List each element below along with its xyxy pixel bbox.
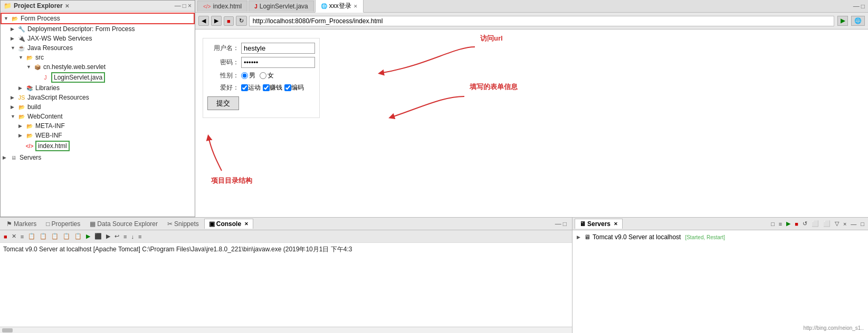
datasource-tab[interactable]: ▦ Data Source Explorer	[85, 219, 162, 229]
tab-index-html[interactable]: </> index.html	[197, 1, 247, 12]
tab-xxx-close-icon[interactable]: ✕	[354, 4, 358, 9]
console-stop-btn[interactable]: ■	[2, 233, 9, 240]
console-menu1-btn[interactable]: ≡	[19, 233, 25, 240]
servers-toolbar-btn2[interactable]: ≡	[777, 220, 784, 228]
tree-item-index-html[interactable]: </> index.html	[1, 140, 195, 152]
tree-item-build[interactable]: ▶ 📂 build	[1, 102, 195, 112]
tree-label-build: build	[27, 103, 41, 111]
back-button[interactable]: ◀	[198, 16, 209, 26]
hobby-sports-label: 运动	[248, 83, 261, 92]
servers-toolbar-btn1[interactable]: □	[769, 220, 776, 228]
explorer-minimize-btn[interactable]: —	[175, 2, 181, 9]
servers-close-btn2[interactable]: ×	[842, 220, 848, 228]
console-panel-maximize-btn[interactable]: □	[563, 220, 567, 228]
console-run-btn[interactable]: ▶	[84, 232, 92, 240]
servers-btn5[interactable]: ⬜	[810, 220, 821, 228]
tree-item-meta-inf[interactable]: ▶ 📂 META-INF	[1, 121, 195, 131]
main-area: </> index.html J LoginServlet.java 🌐 xxx…	[195, 0, 868, 217]
refresh-button[interactable]: ↻	[236, 16, 247, 26]
form-arrow-svg	[380, 94, 470, 120]
src-folder-icon: 📂	[25, 53, 34, 62]
tree-item-webcontent[interactable]: ▼ 📂 WebContent	[1, 112, 195, 121]
markers-tab[interactable]: ⚑ Markers	[2, 219, 41, 229]
server-expand-icon: ▶	[577, 234, 582, 240]
tabs-minimize-btn[interactable]: —	[853, 3, 860, 10]
explorer-maximize-btn[interactable]: □	[183, 2, 186, 9]
tab-xxx-label: xxx登录	[329, 2, 351, 11]
browser-toolbar: ◀ ▶ ■ ↻ ▶ 🌐	[195, 13, 868, 30]
console-pin-btn[interactable]: ⬛	[93, 232, 103, 240]
console-copy-btn[interactable]: 📋	[26, 232, 37, 240]
tree-item-pkg[interactable]: ▼ 📦 cn.hestyle.web.servlet	[1, 62, 195, 72]
tree-item-servers[interactable]: ▶ 🖥 Servers	[1, 153, 195, 162]
tabs-maximize-btn[interactable]: □	[861, 3, 865, 10]
tree-item-libraries[interactable]: ▶ 📚 Libraries	[1, 83, 195, 93]
webcontent-folder-icon: 📂	[17, 112, 26, 121]
password-input[interactable]	[241, 57, 315, 68]
servers-restart-btn[interactable]: ↺	[801, 220, 809, 228]
servers-btn6[interactable]: ⬜	[822, 220, 832, 228]
console-copy3-btn[interactable]: 📋	[50, 232, 60, 240]
url-annotation-label: 访问url	[480, 34, 503, 42]
server-label: Tomcat v9.0 Server at localhost	[593, 233, 681, 241]
console-run2-btn[interactable]: ▶	[104, 232, 112, 240]
form-annotation: 填写的表单信息	[470, 82, 518, 92]
forward-button[interactable]: ▶	[211, 16, 222, 26]
tree-label-libraries: Libraries	[35, 84, 60, 92]
console-down-btn[interactable]: ↓	[130, 233, 136, 240]
tree-item-jaxws[interactable]: ▶ 🔌 JAX-WS Web Services	[1, 34, 195, 43]
tree-item-src[interactable]: ▼ 📂 src	[1, 53, 195, 62]
console-menu2-btn[interactable]: ≡	[122, 233, 128, 240]
properties-tab[interactable]: □ Properties	[42, 219, 84, 229]
tab-index-html-label: index.html	[213, 3, 242, 10]
console-copy2-btn[interactable]: 📋	[38, 232, 49, 240]
run-button[interactable]: ▶	[837, 16, 848, 26]
gender-female-radio[interactable]	[260, 72, 266, 79]
console-back-btn[interactable]: ↩	[113, 232, 121, 240]
gender-male-radio[interactable]	[241, 72, 248, 79]
console-settings-btn[interactable]: ≡	[137, 233, 143, 240]
servers-tab-close[interactable]: ✕	[614, 221, 618, 227]
servers-dropdown-btn[interactable]: ▽	[833, 220, 841, 228]
console-scrollbar[interactable]	[0, 327, 572, 333]
servers-tab[interactable]: 🖥 Servers ✕	[575, 219, 623, 229]
tab-xxx-login[interactable]: 🌐 xxx登录 ✕	[315, 0, 364, 13]
username-input[interactable]	[241, 43, 315, 54]
tab-loginservlet-label: LoginServlet.java	[260, 3, 308, 10]
expand-build: ▶	[11, 104, 16, 110]
console-copy5-btn[interactable]: 📋	[73, 232, 83, 240]
servers-maximize-btn[interactable]: □	[859, 220, 866, 228]
library-icon: 📚	[25, 84, 34, 92]
servers-start-btn[interactable]: ▶	[785, 220, 792, 228]
structure-annotation-label: 项目目录结构	[211, 177, 252, 184]
tree-item-loginservlet[interactable]: J LoginServlet.java	[1, 72, 195, 83]
tab-loginservlet-java[interactable]: J LoginServlet.java	[249, 1, 314, 12]
url-bar[interactable]	[249, 16, 834, 26]
open-browser-button[interactable]: 🌐	[851, 16, 865, 26]
servers-minimize-btn[interactable]: —	[849, 220, 858, 228]
snippets-tab[interactable]: ✂ Snippets	[163, 219, 203, 229]
bottom-url-bar: http://bing.com/neion_s1..	[803, 325, 864, 331]
expand-meta-inf: ▶	[18, 123, 24, 129]
meta-inf-folder-icon: 📂	[25, 122, 34, 130]
hobby-sports-checkbox[interactable]	[241, 84, 248, 91]
console-scroll-thumb[interactable]	[2, 328, 13, 332]
tree-item-form-process[interactable]: ▼ 📂 Form Process	[1, 13, 195, 24]
form-row-submit: 提交	[207, 95, 315, 110]
stop-button[interactable]: ■	[224, 16, 234, 26]
tree-item-web-inf[interactable]: ▶ 📂 WEB-INF	[1, 131, 195, 140]
console-clear-btn[interactable]: ✕	[10, 232, 18, 240]
explorer-close-btn[interactable]: ×	[188, 2, 192, 9]
submit-button[interactable]: 提交	[207, 96, 239, 110]
console-panel-minimize-btn[interactable]: —	[555, 220, 561, 228]
hobby-money-checkbox[interactable]	[263, 84, 270, 91]
tree-item-java-resources[interactable]: ▼ ☕ Java Resources	[1, 43, 195, 53]
hobby-coding-checkbox[interactable]	[284, 84, 291, 91]
console-tab-close[interactable]: ✕	[244, 221, 249, 227]
server-list-item[interactable]: ▶ 🖥 Tomcat v9.0 Server at localhost [Sta…	[575, 232, 866, 242]
tree-item-js-resources[interactable]: ▶ JS JavaScript Resources	[1, 93, 195, 102]
console-copy4-btn[interactable]: 📋	[61, 232, 72, 240]
tree-item-deployment[interactable]: ▶ 🔧 Deployment Descriptor: Form Process	[1, 24, 195, 34]
console-tab[interactable]: ▣ Console ✕	[204, 219, 253, 229]
servers-stop-btn[interactable]: ■	[793, 220, 800, 228]
